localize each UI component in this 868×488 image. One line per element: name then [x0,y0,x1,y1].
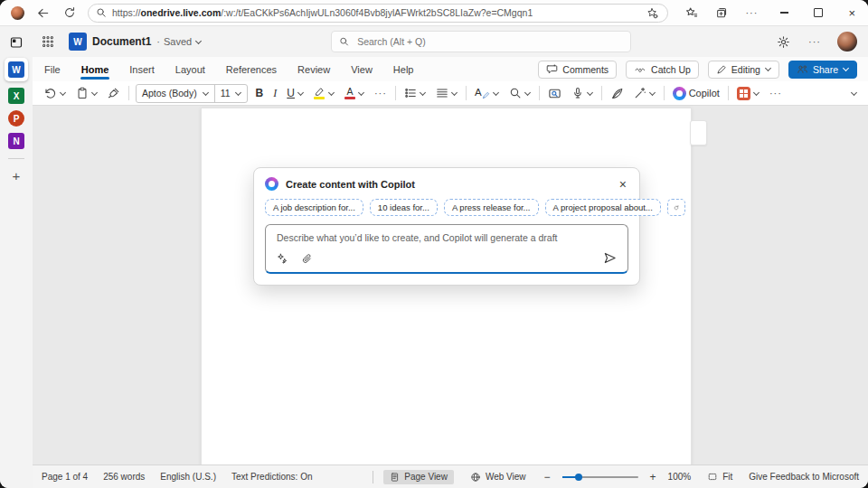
ribbon-collapse-button[interactable] [849,89,859,99]
add-app-button[interactable]: + [7,168,26,183]
undo-icon [43,87,57,100]
rewrite-button[interactable] [275,251,290,267]
font-name-select[interactable]: Aptos (Body) [137,85,215,102]
bold-button[interactable]: B [254,86,266,100]
text-predictions-toggle[interactable]: Text Predictions: On [231,472,312,482]
search-box[interactable] [331,31,631,52]
fit-icon [707,472,718,482]
dialog-close-button[interactable]: × [618,178,628,191]
editing-mode-button[interactable]: Editing [708,61,779,79]
divider [128,86,129,100]
font-more-button[interactable]: ··· [373,87,389,100]
app-launcher-button[interactable] [40,33,56,50]
slider-thumb[interactable] [575,474,582,481]
collections-button[interactable] [713,5,730,21]
chip-project-proposal[interactable]: A project proposal about... [545,199,661,216]
bookmark-button[interactable] [645,5,660,21]
language-selector[interactable]: English (U.S.) [160,472,216,482]
italic-button[interactable]: I [271,86,278,100]
tab-review[interactable]: Review [297,59,331,80]
minimize-button[interactable] [778,10,790,14]
send-icon [603,251,617,265]
sidebar-toggle-button[interactable] [7,33,25,52]
save-status[interactable]: ·Saved [156,36,202,47]
page-view-button[interactable]: Page View [383,470,454,484]
document-page[interactable] [201,108,692,465]
browser-actions: ··· [684,5,760,21]
document-title[interactable]: Document1 [92,35,151,48]
comment-anchor[interactable] [690,120,707,145]
bullets-button[interactable] [402,85,428,101]
underline-button[interactable]: U [285,86,306,100]
chevron-down-icon [649,90,656,97]
onenote-app-icon: N [13,136,19,146]
zoom-level[interactable]: 100% [668,472,692,482]
tab-home[interactable]: Home [80,59,110,80]
browser-profile-avatar[interactable] [11,6,24,20]
maximize-button[interactable] [812,6,825,19]
divider [466,86,467,100]
word-app-button[interactable]: W [5,58,28,81]
tab-view[interactable]: View [350,59,373,80]
highlight-color-button[interactable] [312,85,336,101]
page-info[interactable]: Page 1 of 4 [42,472,88,482]
format-painter-button[interactable] [106,85,122,101]
chevron-down-icon [91,90,98,97]
address-bar[interactable]: https://onedrive.live.com/:w:/t/EaCKkPs6… [88,4,668,23]
prompt-tools [275,251,315,267]
back-button[interactable] [34,5,52,22]
copilot-prompt-input[interactable] [275,230,618,256]
favorites-button[interactable] [684,5,700,21]
tab-help[interactable]: Help [392,59,415,80]
refresh-button[interactable] [61,5,78,21]
divider [395,86,396,100]
undo-button[interactable] [42,85,68,102]
find-button[interactable] [507,85,533,101]
font-color-button[interactable]: A [343,85,366,102]
tab-insert[interactable]: Insert [128,59,156,80]
send-button[interactable] [601,249,618,267]
magic-wand-icon [634,87,646,99]
zoom-in-button[interactable]: + [648,472,658,483]
zoom-slider[interactable] [562,472,638,483]
dictate-button[interactable] [570,85,595,101]
fit-button[interactable]: Fit [701,470,739,483]
browser-more-button[interactable]: ··· [743,6,760,20]
share-button[interactable]: Share [788,61,857,79]
powerpoint-app-button[interactable]: P [8,110,24,127]
tab-file[interactable]: File [43,59,61,80]
immersive-reader-button[interactable] [546,85,563,102]
tab-layout[interactable]: Layout [175,59,206,80]
paste-button[interactable] [74,85,99,101]
comments-button[interactable]: Comments [538,61,617,79]
chip-press-release[interactable]: A press release for... [444,199,539,216]
font-size-select[interactable]: 11 [215,85,247,102]
ribbon-more-button[interactable]: ··· [768,87,784,100]
search-input[interactable] [355,35,623,48]
account-avatar[interactable] [837,32,857,52]
catch-up-button[interactable]: Catch Up [626,61,699,79]
styles-button[interactable]: A [473,85,501,101]
line-spacing-button[interactable] [434,85,459,101]
chip-job-description[interactable]: A job description for... [265,199,363,216]
chip-ideas[interactable]: 10 ideas for... [370,199,438,216]
tab-references[interactable]: References [225,59,278,80]
word-titlebar: W Document1 ·Saved ··· [33,26,868,57]
settings-button[interactable] [775,33,792,51]
web-view-button[interactable]: Web View [464,470,533,484]
editor-button[interactable] [609,85,626,102]
zoom-out-button[interactable]: − [542,472,552,483]
suggestion-chips: A job description for... 10 ideas for...… [265,199,628,216]
clipboard-icon [76,87,89,99]
titlebar-more-button[interactable]: ··· [807,35,823,49]
feedback-link[interactable]: Give Feedback to Microsoft [749,472,859,482]
autoformat-wand-button[interactable] [632,85,657,101]
onenote-app-button[interactable]: N [8,133,24,149]
attach-button[interactable] [299,251,315,267]
add-ins-button[interactable] [735,85,761,102]
excel-app-button[interactable]: X [8,88,24,104]
refresh-suggestions-button[interactable] [667,199,685,216]
word-count[interactable]: 256 words [103,472,145,482]
copilot-button[interactable]: Copilot [671,85,722,102]
close-window-button[interactable]: × [846,5,857,21]
